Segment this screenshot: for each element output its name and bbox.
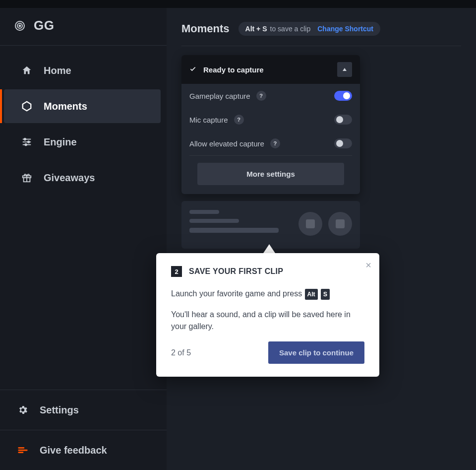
capture-row-gameplay: Gameplay capture ?: [181, 84, 360, 108]
toggle-elevated[interactable]: [334, 138, 352, 148]
key-s: S: [321, 289, 330, 300]
shortcut-keys: Alt + S: [245, 25, 267, 33]
popover-line2: You'll hear a sound, and a clip will be …: [171, 309, 364, 333]
onboarding-popover: × 2 SAVE YOUR FIRST CLIP Launch your fav…: [156, 249, 379, 377]
close-icon[interactable]: ×: [365, 260, 371, 270]
svg-point-7: [24, 138, 26, 140]
clip-placeholder-card: [181, 201, 360, 249]
steelseries-logo-icon: [14, 20, 26, 32]
placeholder-action-2: [328, 212, 352, 236]
sidebar-item-home[interactable]: Home: [4, 54, 161, 87]
help-icon[interactable]: ?: [270, 138, 280, 148]
header: Moments Alt + S to save a clip Change Sh…: [181, 22, 461, 46]
capture-panel: Ready to capture Gameplay capture ? Mic …: [181, 55, 360, 194]
page-title: Moments: [181, 22, 230, 35]
step-badge: 2: [171, 266, 182, 277]
sidebar-item-engine[interactable]: Engine: [4, 125, 161, 159]
popover-line1: Launch your favorite game and press: [171, 289, 304, 298]
key-alt: Alt: [305, 289, 318, 300]
sidebar-item-label: Settings: [40, 404, 79, 416]
feedback-icon: [17, 444, 29, 456]
placeholder-action-1: [298, 212, 322, 236]
capture-row-label: Gameplay capture: [189, 92, 250, 100]
svg-marker-3: [23, 102, 31, 111]
sidebar-item-settings[interactable]: Settings: [0, 390, 167, 430]
capture-status: Ready to capture: [203, 66, 264, 74]
sidebar-bottom: Settings Give feedback: [0, 390, 167, 470]
svg-point-8: [28, 141, 30, 143]
svg-marker-16: [343, 68, 347, 71]
sliders-icon: [21, 136, 33, 148]
popover-body: Launch your favorite game and press Alt …: [171, 288, 364, 333]
change-shortcut-link[interactable]: Change Shortcut: [317, 25, 373, 33]
gift-icon: [21, 172, 33, 184]
sidebar-item-moments[interactable]: Moments: [4, 89, 161, 123]
step-counter: 2 of 5: [171, 348, 191, 357]
sidebar-item-giveaways[interactable]: Giveaways: [4, 161, 161, 195]
help-icon[interactable]: ?: [256, 91, 266, 101]
save-clip-button[interactable]: Save clip to continue: [268, 341, 364, 364]
nav: Home Moments Engine Giveaways: [0, 46, 167, 390]
shortcut-text: to save a clip: [270, 25, 311, 33]
brand-text: GG: [34, 18, 54, 33]
capture-row-label: Mic capture: [189, 116, 228, 124]
popover-arrow-icon: [263, 244, 275, 253]
placeholder-lines: [189, 210, 279, 238]
sidebar-item-label: Give feedback: [40, 445, 107, 456]
sidebar-item-label: Engine: [44, 136, 77, 148]
svg-point-9: [25, 144, 27, 146]
main: Moments Alt + S to save a clip Change Sh…: [167, 8, 476, 470]
brand-row: GG: [0, 8, 167, 46]
caret-up-icon: [342, 67, 347, 72]
shortcut-hint: Alt + S to save a clip Change Shortcut: [238, 22, 380, 36]
collapse-button[interactable]: [337, 62, 352, 77]
sidebar-item-label: Home: [44, 65, 71, 76]
popover-title: SAVE YOUR FIRST CLIP: [189, 267, 283, 276]
toggle-gameplay[interactable]: [334, 91, 352, 101]
toggle-mic[interactable]: [334, 115, 352, 125]
svg-point-2: [19, 25, 21, 26]
sidebar: GG Home Moments Engine: [0, 8, 167, 470]
titlebar: [0, 0, 476, 8]
gear-icon: [17, 404, 29, 416]
capture-row-label: Allow elevated capture: [189, 139, 264, 148]
help-icon[interactable]: ?: [234, 115, 244, 125]
sidebar-item-label: Giveaways: [44, 172, 95, 184]
home-icon: [21, 65, 33, 76]
check-icon: [189, 66, 196, 74]
capture-row-elevated: Allow elevated capture ?: [181, 132, 360, 155]
sidebar-item-label: Moments: [44, 101, 87, 112]
capture-header[interactable]: Ready to capture: [181, 55, 360, 84]
hexagon-icon: [21, 100, 33, 112]
more-settings-button[interactable]: More settings: [197, 163, 344, 185]
sidebar-item-feedback[interactable]: Give feedback: [0, 430, 167, 470]
capture-row-mic: Mic capture ?: [181, 108, 360, 132]
